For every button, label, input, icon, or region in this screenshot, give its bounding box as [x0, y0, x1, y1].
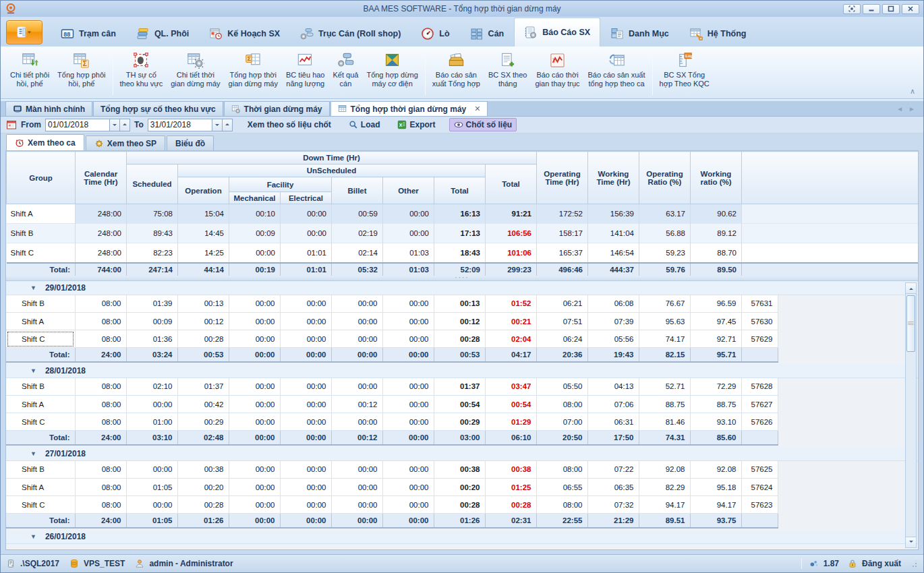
grid-cell[interactable]: 01:37	[434, 378, 485, 396]
column-header-total-unscheduled[interactable]: Total	[434, 177, 486, 204]
grid-cell[interactable]: 00:00	[280, 461, 331, 479]
group-cell[interactable]: Shift B	[7, 224, 76, 243]
shift-cell[interactable]: Shift B	[6, 295, 75, 313]
column-header-unscheduled[interactable]: UnScheduled	[178, 164, 486, 177]
grid-cell[interactable]: 08:00	[75, 330, 126, 348]
column-header-mechanical[interactable]: Mechanical	[229, 192, 281, 204]
grid-cell[interactable]: 02:04	[485, 330, 536, 348]
lock-data-button[interactable]: Chốt số liệu	[449, 118, 517, 131]
document-tab-th-i-gian-d-ng-m-y[interactable]: Thời gian dừng máy	[224, 101, 330, 116]
grid-cell[interactable]: 00:00	[229, 396, 280, 413]
view-tab-xem-theo-sp[interactable]: Xem theo SP	[86, 135, 165, 150]
grid-cell[interactable]: 00:00	[331, 479, 382, 496]
to-date-spin-icon[interactable]	[223, 119, 233, 131]
grid-cell[interactable]: 15:04	[178, 204, 229, 224]
grid-cell[interactable]: 248:00	[76, 224, 127, 243]
grid-cell[interactable]: 94.17	[690, 496, 741, 514]
grid-cell[interactable]: 01:39	[126, 295, 177, 313]
grid-cell[interactable]: 88.75	[690, 396, 741, 413]
grid-cell[interactable]: 00:00	[331, 313, 382, 330]
grid-cell[interactable]: 07:00	[536, 413, 587, 431]
grid-cell[interactable]: 00:28	[434, 496, 485, 514]
grid-cell[interactable]: 57629	[741, 330, 778, 348]
grid-cell[interactable]: 07:51	[536, 313, 587, 330]
minimize-button[interactable]	[863, 4, 880, 14]
grid-cell[interactable]: 97.45	[690, 313, 741, 330]
column-header-total[interactable]: Total	[486, 164, 537, 204]
grid-cell[interactable]: 01:03	[383, 243, 434, 263]
detail-group-header[interactable]: ▼26/01/2018	[6, 530, 918, 544]
ribbon-button-b-o-c-o-s-n-xu-t-t-ng-h-p-theo-ca[interactable]: Báo cáo sản xuất tổng hợp theo ca	[584, 49, 649, 96]
grid-cell[interactable]: 00:00	[280, 330, 331, 348]
detail-group-header[interactable]: ▼27/01/2018	[6, 447, 918, 461]
grid-cell[interactable]: 01:05	[126, 479, 177, 496]
chevron-down-icon[interactable]: ▼	[30, 284, 36, 291]
grid-cell[interactable]: 00:38	[177, 461, 229, 479]
column-header-scheduled[interactable]: Scheduled	[127, 164, 178, 204]
grid-cell[interactable]: 08:00	[75, 396, 126, 413]
scroll-up-icon[interactable]	[906, 283, 916, 294]
column-header-operating-time[interactable]: Operating Time (Hr)	[537, 152, 588, 204]
grid-cell[interactable]: 07:22	[587, 461, 639, 479]
grid-cell[interactable]: 00:00	[331, 378, 382, 396]
grid-cell[interactable]: 07:39	[587, 313, 639, 330]
column-header-facility[interactable]: Facility	[229, 177, 332, 192]
panel-splitter[interactable]: ····	[6, 276, 918, 281]
ribbon-button-chi-ti-t-ph-i-h-i-ph[interactable]: Chi tiết phôi hồi, phế	[6, 49, 53, 96]
grid-cell[interactable]: 00:00	[281, 224, 332, 243]
shift-cell[interactable]: Shift B	[6, 461, 75, 479]
grid-cell[interactable]: 52.71	[639, 378, 690, 396]
grid-cell[interactable]: 146:54	[588, 243, 639, 263]
grid-cell[interactable]: 14:45	[178, 224, 229, 243]
from-date-input[interactable]	[45, 119, 110, 131]
grid-cell[interactable]: 00:00	[126, 496, 177, 514]
grid-cell[interactable]: 165:37	[537, 243, 588, 263]
maximize-button[interactable]	[882, 4, 900, 14]
ribbon-tab-danh-m-c[interactable]: Danh Mục	[600, 20, 679, 47]
grid-cell[interactable]: 156:39	[588, 204, 639, 224]
ribbon-button-t-ng-h-p-ph-i-h-i-ph[interactable]: ΣTổng hợp phôi hồi, phế	[53, 49, 109, 96]
ribbon-button-b-o-c-o-s-n-xu-t-t-ng-h-p[interactable]: Báo cáo sản xuất Tổng hợp	[428, 49, 484, 96]
grid-cell[interactable]: 08:00	[75, 461, 126, 479]
grid-cell[interactable]: 08:00	[75, 496, 126, 514]
grid-cell[interactable]: 00:20	[434, 479, 485, 496]
fit-screen-button[interactable]	[843, 4, 861, 14]
grid-cell[interactable]: 57631	[741, 295, 778, 313]
grid-cell[interactable]: 07:32	[587, 496, 639, 514]
grid-cell[interactable]: 00:00	[331, 295, 382, 313]
shift-cell[interactable]: Shift C	[6, 413, 75, 431]
grid-cell[interactable]: 63.17	[639, 204, 691, 224]
export-button[interactable]: X Export	[393, 119, 439, 131]
grid-cell[interactable]: 00:10	[229, 204, 281, 224]
ribbon-tab-b-o-c-o-sx[interactable]: Báo Cáo SX	[514, 18, 600, 47]
ribbon-collapse-icon[interactable]: ∧	[910, 87, 915, 96]
grid-cell[interactable]: 00:54	[434, 396, 485, 413]
grid-cell[interactable]: 57630	[741, 313, 778, 330]
shift-cell[interactable]: Shift B	[6, 378, 75, 396]
document-tab-t-ng-h-p-s-c-theo-khu-v-c[interactable]: Tổng hợp sự cố theo khu vực	[93, 101, 223, 116]
grid-cell[interactable]: 03:47	[485, 378, 536, 396]
shift-cell[interactable]: Shift A	[6, 396, 75, 413]
grid-cell[interactable]: 00:00	[382, 413, 434, 431]
grid-cell[interactable]: 248:00	[76, 243, 127, 263]
grid-cell[interactable]: 01:37	[177, 378, 229, 396]
grid-cell[interactable]: 81.46	[639, 413, 690, 431]
grid-cell[interactable]: 00:12	[434, 313, 485, 330]
grid-cell[interactable]: 248:00	[76, 204, 127, 224]
grid-cell[interactable]: 88.70	[691, 243, 742, 263]
grid-cell[interactable]: 00:00	[280, 295, 331, 313]
grid-cell[interactable]: 08:00	[75, 313, 126, 330]
grid-cell[interactable]: 00:00	[229, 330, 280, 348]
shift-cell[interactable]: Shift A	[6, 479, 75, 496]
grid-cell[interactable]: 00:59	[332, 204, 383, 224]
grid-cell[interactable]: 00:00	[229, 461, 280, 479]
grid-cell[interactable]: 01:36	[126, 330, 177, 348]
grid-cell[interactable]: 00:00	[126, 461, 177, 479]
column-header-billet[interactable]: Billet	[332, 177, 383, 204]
ribbon-button-k-t-qu-c-n[interactable]: Kết quả cán	[328, 49, 362, 96]
grid-cell[interactable]: 01:25	[485, 479, 536, 496]
grid-cell[interactable]: 05:56	[587, 330, 639, 348]
grid-cell[interactable]: 06:21	[536, 295, 587, 313]
grid-cell[interactable]: 07:06	[587, 396, 639, 413]
column-header-group[interactable]: Group	[7, 152, 76, 204]
